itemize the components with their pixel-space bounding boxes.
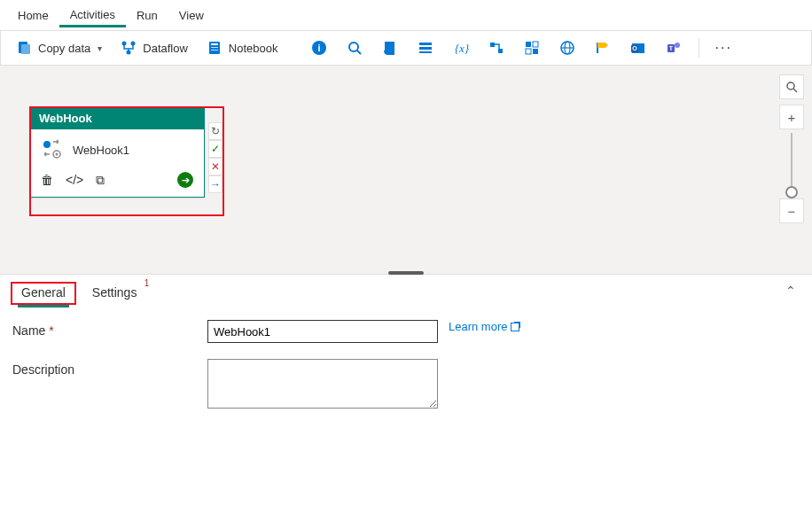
svg-text:O: O — [632, 45, 637, 51]
svg-rect-22 — [526, 49, 531, 54]
clone-icon[interactable]: ⧉ — [96, 173, 105, 188]
chevron-down-icon: ▾ — [98, 43, 102, 53]
copy-data-button[interactable]: Copy data ▾ — [8, 35, 109, 60]
webhook-icon — [41, 138, 64, 161]
webhook-activity-node[interactable]: WebHook WebHook1 🗑 </> ⧉ ➔ — [29, 106, 205, 198]
name-label-text: Name — [12, 323, 45, 338]
svg-point-2 — [122, 42, 127, 46]
svg-text:{x}: {x} — [454, 42, 469, 55]
zoom-slider-knob[interactable] — [785, 186, 798, 199]
template-button[interactable] — [516, 35, 548, 60]
teams-icon: T — [665, 39, 683, 57]
script-button[interactable] — [374, 35, 406, 60]
node-body: WebHook1 — [30, 129, 204, 167]
list-button[interactable] — [410, 35, 441, 60]
node-type-label: WebHook — [30, 107, 204, 129]
tab-settings[interactable]: Settings 1 — [89, 282, 141, 305]
pipeline-icon — [488, 39, 505, 57]
info-icon: i — [310, 39, 328, 57]
svg-point-3 — [131, 42, 136, 46]
toolbar: Copy data ▾ Dataflow Notebook i {x} O T … — [0, 30, 812, 66]
name-label: Name* — [12, 320, 207, 338]
tab-settings-label: Settings — [92, 285, 137, 300]
svg-rect-18 — [490, 43, 495, 47]
svg-point-35 — [56, 153, 59, 156]
property-tabs: General Settings 1 ⌃ — [0, 275, 812, 306]
node-name: WebHook1 — [73, 144, 129, 157]
svg-rect-21 — [533, 42, 538, 47]
zoom-out-button[interactable]: − — [779, 199, 804, 223]
delete-icon[interactable]: 🗑 — [41, 173, 53, 188]
menu-view[interactable]: View — [168, 4, 215, 26]
tab-general[interactable]: General — [18, 282, 69, 307]
svg-point-11 — [349, 43, 358, 51]
svg-line-12 — [357, 51, 361, 54]
learn-more-link[interactable]: Learn more — [449, 320, 519, 333]
node-footer: 🗑 </> ⧉ ➔ — [30, 167, 204, 197]
info-button[interactable]: i — [303, 35, 335, 60]
tab-general-highlight: General — [11, 282, 76, 305]
teams-button[interactable]: T — [658, 35, 690, 60]
svg-rect-1 — [21, 44, 30, 54]
globe-button[interactable] — [551, 35, 583, 60]
list-icon — [417, 39, 434, 57]
description-input[interactable] — [207, 359, 438, 409]
svg-point-4 — [127, 51, 131, 55]
variable-icon: {x} — [452, 39, 470, 57]
search-button[interactable] — [339, 35, 371, 60]
zoom-in-button[interactable]: + — [779, 105, 804, 129]
pipeline-button[interactable] — [480, 35, 512, 60]
connector-retry[interactable]: ↻ — [208, 122, 223, 140]
description-label: Description — [12, 359, 207, 377]
description-row: Description — [12, 359, 800, 409]
notebook-button[interactable]: Notebook — [199, 35, 285, 60]
activity-node-wrap: WebHook WebHook1 🗑 </> ⧉ ➔ ↻ ✓ — [29, 106, 205, 198]
code-icon[interactable]: </> — [66, 173, 83, 188]
svg-rect-8 — [211, 50, 218, 51]
flag-icon — [594, 39, 612, 57]
connector-failure[interactable]: ✕ — [208, 158, 223, 175]
outlook-button[interactable]: O — [622, 35, 654, 60]
copy-data-icon — [15, 39, 33, 57]
zoom-slider[interactable] — [791, 133, 792, 195]
notebook-label: Notebook — [229, 42, 278, 55]
svg-rect-7 — [211, 47, 218, 48]
node-connectors: ↻ ✓ ✕ → — [208, 122, 223, 193]
svg-point-31 — [675, 43, 680, 48]
script-icon — [381, 39, 399, 57]
copy-data-label: Copy data — [38, 42, 90, 55]
menu-run[interactable]: Run — [126, 4, 168, 26]
variable-button[interactable]: {x} — [445, 35, 477, 60]
notebook-icon — [206, 39, 223, 57]
name-row: Name* Learn more — [12, 320, 800, 343]
globe-icon — [558, 39, 576, 57]
svg-rect-23 — [533, 49, 538, 54]
more-icon: ··· — [715, 40, 732, 56]
name-input[interactable] — [207, 320, 438, 343]
dataflow-button[interactable]: Dataflow — [113, 35, 195, 60]
svg-line-37 — [793, 89, 797, 92]
external-link-icon — [511, 323, 519, 331]
svg-point-36 — [787, 82, 794, 90]
svg-rect-20 — [526, 42, 531, 47]
required-asterisk: * — [49, 323, 53, 338]
connector-completion[interactable]: → — [208, 175, 223, 193]
menu-activities[interactable]: Activities — [59, 3, 126, 27]
menu-home[interactable]: Home — [7, 4, 59, 26]
svg-text:T: T — [668, 45, 673, 51]
search-icon — [346, 39, 363, 57]
more-button[interactable]: ··· — [708, 36, 739, 59]
connector-success[interactable]: ✓ — [208, 140, 223, 158]
canvas-search-button[interactable] — [779, 74, 804, 99]
dataflow-label: Dataflow — [143, 42, 188, 55]
svg-rect-13 — [385, 42, 394, 54]
flag-button[interactable] — [587, 35, 619, 60]
template-icon — [523, 39, 541, 57]
run-icon[interactable]: ➔ — [177, 172, 193, 188]
svg-text:i: i — [317, 43, 320, 53]
collapse-panel-icon[interactable]: ⌃ — [785, 284, 796, 298]
tab-settings-badge: 1 — [144, 278, 150, 288]
learn-more-label: Learn more — [449, 320, 507, 333]
svg-rect-16 — [419, 51, 432, 53]
pipeline-canvas[interactable]: WebHook WebHook1 🗑 </> ⧉ ➔ ↻ ✓ — [0, 66, 812, 275]
